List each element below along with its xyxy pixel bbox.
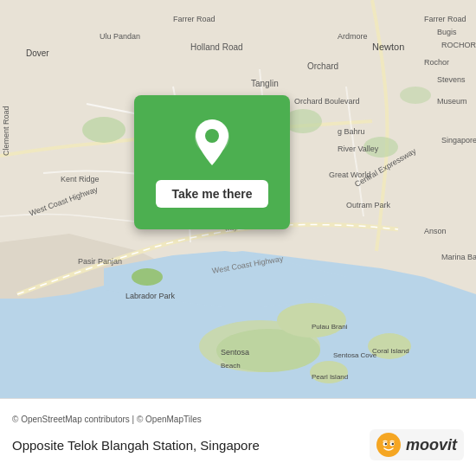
svg-text:Pearl Island: Pearl Island xyxy=(312,373,348,381)
svg-text:Bugis: Bugis xyxy=(437,28,457,36)
svg-point-12 xyxy=(132,268,163,286)
svg-text:Ardmore: Ardmore xyxy=(338,32,368,41)
svg-text:Farrer Road: Farrer Road xyxy=(173,15,215,23)
svg-text:Pulau Brani: Pulau Brani xyxy=(312,323,348,331)
svg-text:River Valley: River Valley xyxy=(338,145,379,153)
svg-text:Dover: Dover xyxy=(26,48,49,58)
svg-text:Sentosa Cove: Sentosa Cove xyxy=(333,351,377,359)
moovit-icon xyxy=(376,433,401,457)
svg-point-58 xyxy=(385,443,387,445)
svg-text:Clement Road: Clement Road xyxy=(2,106,10,156)
svg-text:ROCHOR: ROCHOR xyxy=(441,41,476,49)
svg-text:Museum: Museum xyxy=(437,97,467,106)
pin-icon xyxy=(191,118,233,170)
svg-point-10 xyxy=(82,117,125,143)
take-me-there-button[interactable]: Take me there xyxy=(156,180,267,208)
bottom-bar: © OpenStreetMap contributors | © OpenMap… xyxy=(0,398,476,476)
svg-text:Pasir Panjan: Pasir Panjan xyxy=(78,257,122,266)
location-text: Opposite Telok Blangah Station, Singapor… xyxy=(12,438,370,453)
svg-point-7 xyxy=(277,303,346,338)
svg-point-55 xyxy=(376,433,401,457)
svg-text:Orchard: Orchard xyxy=(307,61,338,71)
map-container: Newton Dover Queenstown one-north Kent R… xyxy=(0,0,476,398)
svg-point-59 xyxy=(392,443,394,445)
svg-text:Anson: Anson xyxy=(424,227,447,235)
svg-text:Kent Ridge: Kent Ridge xyxy=(61,175,100,183)
location-row: Opposite Telok Blangah Station, Singapor… xyxy=(12,429,464,460)
svg-text:Tanglin: Tanglin xyxy=(251,79,279,88)
svg-text:Stevens: Stevens xyxy=(437,75,466,84)
svg-text:Outram Park: Outram Park xyxy=(346,201,391,209)
svg-point-54 xyxy=(205,129,219,143)
svg-point-15 xyxy=(400,87,431,104)
svg-text:Beach: Beach xyxy=(221,362,241,370)
svg-text:Ulu Pandan: Ulu Pandan xyxy=(100,32,140,41)
moovit-badge[interactable]: moovit xyxy=(370,429,464,460)
svg-text:Labrador Park: Labrador Park xyxy=(125,292,176,300)
svg-text:Farrer Road: Farrer Road xyxy=(424,15,466,23)
svg-text:Orchard Boulevard: Orchard Boulevard xyxy=(294,97,360,106)
svg-text:Sentosa: Sentosa xyxy=(221,348,249,357)
svg-text:Holland Road: Holland Road xyxy=(190,42,243,52)
map-attribution: © OpenStreetMap contributors | © OpenMap… xyxy=(12,415,464,424)
svg-text:g Bahru: g Bahru xyxy=(338,127,365,136)
svg-text:Coral Island: Coral Island xyxy=(372,347,409,355)
moovit-text: moovit xyxy=(406,436,457,454)
svg-text:Singapore: Singapore xyxy=(441,136,476,145)
svg-text:Marina Bay: Marina Bay xyxy=(441,253,476,261)
location-card: Take me there xyxy=(134,95,290,229)
svg-text:Rochor: Rochor xyxy=(424,58,449,67)
newton-label: Newton xyxy=(372,42,404,52)
